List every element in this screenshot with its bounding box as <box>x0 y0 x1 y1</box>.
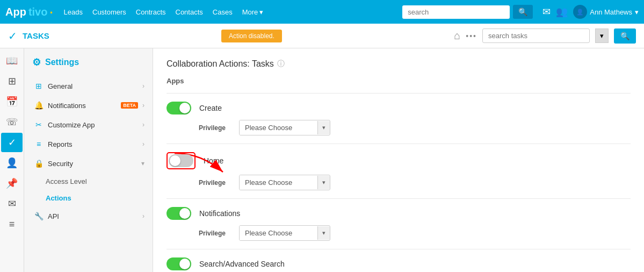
sidebar-sub-actions[interactable]: Actions <box>24 190 153 206</box>
mail-nav-icon[interactable]: ✉ <box>542 6 551 18</box>
sidebar-customize-label: Customize App <box>48 121 138 129</box>
section-label: Apps <box>167 77 631 85</box>
user-avatar: 👤 <box>573 5 587 19</box>
sidebar-reports-label: Reports <box>48 140 138 148</box>
action-name-create: Create <box>199 104 222 112</box>
action-header-search: Search/Advanced Search <box>167 257 631 270</box>
nav-contacts[interactable]: Contacts <box>176 8 203 16</box>
search-button[interactable]: 🔍 <box>513 5 533 19</box>
settings-gear-icon: ⚙ <box>32 56 41 68</box>
toggle-home[interactable] <box>169 154 193 167</box>
home-button[interactable]: ⌂ <box>454 30 460 42</box>
toggle-knob-search <box>179 259 190 269</box>
top-nav: Apptivo. Leads Customers Contracts Conta… <box>0 0 644 24</box>
sidebar-icon-phone[interactable]: ☏ <box>1 112 23 132</box>
privilege-label-notifications: Privilege <box>199 230 231 237</box>
nav-icons: ✉ 👥 <box>542 6 568 18</box>
notifications-arrow-icon: › <box>142 102 144 109</box>
nav-more[interactable]: More ▾ <box>242 8 264 16</box>
dots-menu[interactable]: ••• <box>466 32 477 40</box>
privilege-select-text-home: Please Choose <box>240 175 317 190</box>
toggle-create[interactable] <box>167 102 191 114</box>
sidebar-api-label: API <box>48 212 138 220</box>
privilege-row-home: Privilege Please Choose ▾ <box>199 175 631 190</box>
sidebar-icon-tasks[interactable]: ✓ <box>1 133 23 152</box>
api-arrow-icon: › <box>142 212 144 220</box>
privilege-row-notifications: Privilege Please Choose ▾ <box>199 225 631 241</box>
beta-badge: BETA <box>121 102 138 109</box>
toggle-notifications[interactable] <box>167 207 191 220</box>
logo-text: App <box>5 6 26 18</box>
customize-arrow-icon: › <box>142 121 144 128</box>
action-name-notifications: Notifications <box>199 209 240 218</box>
nav-leads[interactable]: Leads <box>64 8 83 16</box>
action-row-notifications: Notifications Privilege Please Choose ▾ <box>167 198 631 249</box>
toggle-home-highlight <box>167 152 196 169</box>
sidebar-security-label: Security <box>48 160 137 168</box>
action-header-notifications: Notifications <box>167 207 631 220</box>
sidebar-icon-book[interactable]: 📖 <box>1 51 23 70</box>
tasks-title: TASKS <box>23 31 49 40</box>
sidebar-item-api[interactable]: 🔧 API › <box>24 206 153 226</box>
nav-contracts[interactable]: Contracts <box>136 8 166 16</box>
action-header-home: Home <box>167 152 631 169</box>
privilege-dropdown-arrow-create[interactable]: ▾ <box>317 121 330 134</box>
general-arrow-icon: › <box>142 82 144 90</box>
user-dropdown-arrow: ▾ <box>635 8 639 16</box>
sidebar-item-customize[interactable]: ✂ Customize App › <box>24 115 153 134</box>
privilege-row-create: Privilege Please Choose ▾ <box>199 120 631 135</box>
customize-icon: ✂ <box>34 120 44 129</box>
privilege-dropdown-arrow-notifications[interactable]: ▾ <box>317 226 330 240</box>
logo-dot: . <box>49 3 53 17</box>
action-disabled-badge: Action disabled. <box>221 30 282 42</box>
user-name: Ann Mathews <box>590 8 632 16</box>
reports-arrow-icon: › <box>142 140 144 148</box>
second-bar: ✓ TASKS Action disabled. ⌂ ••• ▾ 🔍 <box>0 24 644 48</box>
nav-links: Leads Customers Contracts Contacts Cases… <box>64 8 264 16</box>
sidebar-icon-mail[interactable]: ✉ <box>1 194 23 213</box>
sidebar-icon-table[interactable]: ⊞ <box>1 71 23 91</box>
security-icon: 🔒 <box>34 159 44 168</box>
privilege-dropdown-arrow-home[interactable]: ▾ <box>317 176 330 189</box>
toggle-knob-create <box>179 103 190 113</box>
action-name-search: Search/Advanced Search <box>199 260 285 268</box>
action-row-create: Create Privilege Please Choose ▾ <box>167 93 631 144</box>
privilege-select-home[interactable]: Please Choose ▾ <box>239 175 330 190</box>
privilege-label-create: Privilege <box>199 124 231 132</box>
search-tasks-dropdown[interactable]: ▾ <box>595 28 609 43</box>
privilege-label-home: Privilege <box>199 179 231 187</box>
sidebar-sub-access-level[interactable]: Access Level <box>24 173 153 190</box>
sidebar-icon-pin[interactable]: 📌 <box>1 174 23 193</box>
user-info[interactable]: 👤 Ann Mathews ▾ <box>573 5 639 19</box>
privilege-select-notifications[interactable]: Please Choose ▾ <box>239 225 330 241</box>
privilege-select-create[interactable]: Please Choose ▾ <box>239 120 330 135</box>
sidebar-item-general[interactable]: ⊞ General › <box>24 76 153 96</box>
action-row-search: Search/Advanced Search Privilege Please … <box>167 249 631 272</box>
top-search-bar: 🔍 <box>402 5 533 19</box>
sidebar-icon-calendar[interactable]: 📅 <box>1 92 23 111</box>
settings-label: Settings <box>45 58 79 67</box>
left-sidebar: ⚙ Settings ⊞ General › 🔔 Notifications B… <box>24 48 153 272</box>
toggle-knob-notifications <box>179 208 190 219</box>
search-input[interactable] <box>402 5 510 19</box>
privilege-select-text-notifications: Please Choose <box>240 226 317 240</box>
people-nav-icon[interactable]: 👥 <box>556 6 568 18</box>
search-tasks-button[interactable]: 🔍 <box>614 28 636 44</box>
action-header-create: Create <box>167 102 631 114</box>
toggle-search[interactable] <box>167 257 191 270</box>
sidebar-item-security[interactable]: 🔒 Security ▾ <box>24 154 153 173</box>
sidebar-general-label: General <box>48 82 138 90</box>
reports-icon: ≡ <box>34 140 44 148</box>
page-title: Collaboration Actions: Tasks ⓘ <box>167 59 631 69</box>
nav-customers[interactable]: Customers <box>92 8 126 16</box>
info-icon[interactable]: ⓘ <box>277 59 285 69</box>
sidebar-item-notifications[interactable]: 🔔 Notifications BETA › <box>24 96 153 115</box>
nav-cases[interactable]: Cases <box>213 8 233 16</box>
sidebar-icon-person[interactable]: 👤 <box>1 153 23 173</box>
general-icon: ⊞ <box>34 82 44 90</box>
icon-sidebar: 📖 ⊞ 📅 ☏ ✓ 👤 📌 ✉ ≡ <box>0 48 24 272</box>
sidebar-icon-list[interactable]: ≡ <box>1 214 23 234</box>
sidebar-item-reports[interactable]: ≡ Reports › <box>24 134 153 154</box>
api-icon: 🔧 <box>34 212 44 220</box>
search-tasks-input[interactable] <box>482 28 590 43</box>
